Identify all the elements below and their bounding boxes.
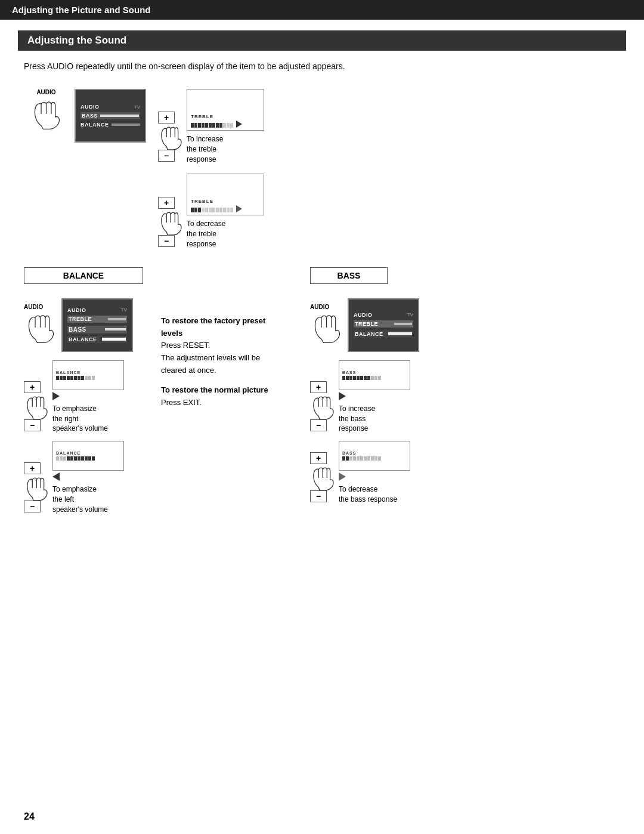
balance-left-arrow — [52, 472, 60, 481]
balance-right-screen: BALANCE — [52, 360, 124, 390]
section-title: Adjusting the Sound — [18, 30, 626, 51]
plus-button-balance-left[interactable]: + — [24, 462, 41, 474]
factory-body-line1: Press RESET. — [161, 341, 210, 350]
bass-decrease-arrow — [339, 472, 346, 481]
plus-button-treble-decrease[interactable]: + — [158, 197, 175, 209]
minus-button-treble-increase[interactable]: − — [158, 150, 175, 162]
bass-increase-caption: To increase the bass response — [339, 404, 410, 434]
top-header-bar: Adjusting the Picture and Sound — [0, 0, 644, 20]
balance-right-group: + − BALANCE — [24, 360, 143, 434]
balance-right-caption: To emphasize the right speaker's volume — [52, 404, 124, 434]
page-number: 24 — [24, 811, 35, 822]
bass-title: BASS — [310, 267, 388, 284]
minus-button-bass-increase[interactable]: − — [310, 419, 327, 431]
balance-left-group: + − BALANCE — [24, 441, 143, 514]
balance-section: BALANCE AUDIO AUDIO TV T — [24, 267, 143, 515]
hand-cursor-balance-right — [24, 393, 48, 419]
top-header-text: Adjusting the Picture and Sound — [12, 5, 151, 15]
hand-cursor-treble-decrease — [158, 209, 182, 235]
factory-body-line2: The adjustment levels will be cleared at… — [161, 353, 260, 375]
bass-screen-label-decrease: BASS — [342, 451, 407, 455]
balance-audio-row: AUDIO AUDIO TV TREBLE — [24, 298, 143, 352]
hand-cursor-bass — [310, 311, 343, 344]
plus-button-balance-right[interactable]: + — [24, 381, 41, 393]
balance-left-screen: BALANCE — [52, 441, 124, 471]
treble-screen-label-increase: TREBLE — [191, 114, 260, 119]
treble-increase-group: + − TREBLE — [158, 89, 264, 164]
hand-cursor-bass-decrease — [310, 464, 334, 490]
info-section: To restore the factory preset levels Pre… — [161, 267, 292, 414]
treble-increase-caption: To increase the treble response — [187, 134, 264, 164]
treble-section: AUDIO AUDIO TV BASS BALANCE — [30, 89, 620, 249]
balance-bass-section: BALANCE AUDIO AUDIO TV T — [24, 267, 620, 515]
balance-screen-label-left: BALANCE — [56, 451, 120, 455]
normal-body: Press EXIT. — [161, 398, 202, 407]
balance-left-caption: To emphasize the left speaker's volume — [52, 484, 124, 514]
plus-button-treble-increase[interactable]: + — [158, 112, 175, 123]
minus-button-balance-right[interactable]: − — [24, 419, 41, 431]
hand-cursor-balance — [24, 311, 57, 344]
bass-increase-arrow — [339, 392, 346, 400]
audio-label-treble: AUDIO — [36, 89, 55, 95]
section-title-text: Adjusting the Sound — [27, 35, 126, 46]
hand-cursor-balance-left — [24, 474, 48, 501]
balance-title: BALANCE — [24, 267, 143, 284]
bass-screen-label-increase: BASS — [342, 370, 407, 375]
factory-heading: To restore the factory preset levels — [161, 316, 265, 338]
bass-increase-group: + − BASS — [310, 360, 410, 434]
audio-button-group: AUDIO — [30, 89, 63, 131]
menu-screen-bass: AUDIO TV TREBLE BALANCE — [348, 298, 419, 352]
treble-controls-group: + − TREBLE — [158, 89, 264, 249]
balance-right-arrow — [52, 392, 60, 400]
treble-increase-screen: TREBLE — [187, 89, 264, 131]
hand-cursor-bass-increase — [310, 393, 334, 419]
treble-decrease-group: + − TREBLE — [158, 174, 264, 249]
treble-decrease-caption: To decrease the treble response — [187, 219, 264, 249]
treble-screen-label-decrease: TREBLE — [191, 199, 260, 204]
balance-audio-label: AUDIO — [24, 304, 57, 310]
bass-decrease-screen: BASS — [339, 441, 410, 471]
treble-decrease-screen: TREBLE — [187, 174, 264, 215]
plus-button-bass-increase[interactable]: + — [310, 381, 327, 393]
minus-button-bass-decrease[interactable]: − — [310, 490, 327, 502]
hand-cursor-treble-increase — [158, 123, 182, 150]
bass-section: BASS AUDIO AUDIO TV TREB — [310, 267, 419, 505]
intro-text: Press AUDIO repeatedly until the on-scre… — [24, 61, 620, 71]
info-box: To restore the factory preset levels Pre… — [161, 315, 286, 409]
hand-cursor-icon — [30, 98, 63, 131]
balance-screen-label-right: BALANCE — [56, 370, 120, 375]
minus-button-treble-decrease[interactable]: − — [158, 235, 175, 247]
bass-audio-row: AUDIO AUDIO TV TREBLE — [310, 298, 419, 352]
bass-audio-label: AUDIO — [310, 304, 343, 310]
menu-screen-treble: AUDIO TV BASS BALANCE — [75, 89, 146, 143]
bass-increase-screen: BASS — [339, 360, 410, 390]
menu-screen-balance: AUDIO TV TREBLE BASS BALANCE — [61, 298, 133, 352]
bass-decrease-group: + − BASS — [310, 441, 410, 505]
minus-button-balance-left[interactable]: − — [24, 501, 41, 512]
bass-decrease-caption: To decrease the bass response — [339, 484, 410, 505]
plus-button-bass-decrease[interactable]: + — [310, 452, 327, 464]
normal-heading: To restore the normal picture — [161, 385, 268, 394]
